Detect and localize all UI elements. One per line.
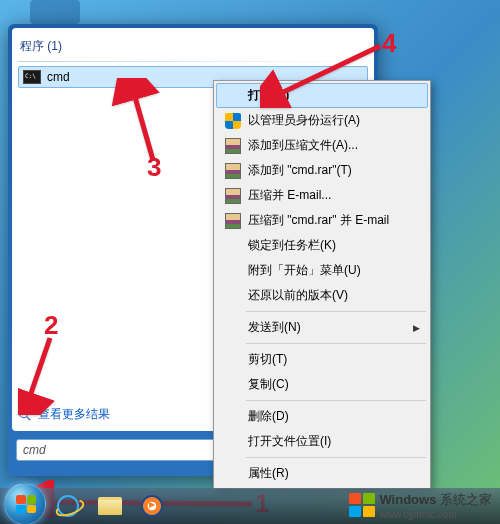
cmd-prompt-icon xyxy=(23,70,41,84)
menu-separator xyxy=(246,400,426,401)
menu-icon-column xyxy=(220,113,246,129)
context-menu-label: 压缩并 E-mail... xyxy=(246,187,424,204)
windows-logo-icon xyxy=(16,495,36,513)
archive-icon xyxy=(225,213,241,229)
context-menu-label: 属性(R) xyxy=(246,465,424,482)
start-button[interactable] xyxy=(4,483,46,524)
context-menu-item[interactable]: 添加到压缩文件(A)... xyxy=(216,133,428,158)
context-menu-item[interactable]: 锁定到任务栏(K) xyxy=(216,233,428,258)
desktop-recycle-bin[interactable] xyxy=(30,0,80,24)
context-menu-item[interactable]: 复制(C) xyxy=(216,372,428,397)
taskbar-explorer-button[interactable] xyxy=(90,492,130,520)
submenu-arrow-icon: ▶ xyxy=(413,323,424,333)
context-menu-label: 以管理员身份运行(A) xyxy=(246,112,424,129)
programs-section-header: 程序 (1) xyxy=(18,34,368,59)
context-menu-item[interactable]: 附到「开始」菜单(U) xyxy=(216,258,428,283)
menu-separator xyxy=(246,343,426,344)
context-menu-label: 复制(C) xyxy=(246,376,424,393)
menu-icon-column xyxy=(220,163,246,179)
context-menu-label: 发送到(N) xyxy=(246,319,413,336)
search-input[interactable] xyxy=(23,443,193,457)
context-menu: 打开(O)以管理员身份运行(A)添加到压缩文件(A)...添加到 "cmd.ra… xyxy=(213,80,431,489)
context-menu-label: 打开(O) xyxy=(246,87,424,104)
menu-icon-column xyxy=(220,138,246,154)
search-icon xyxy=(18,408,32,422)
context-menu-item[interactable]: 删除(D) xyxy=(216,404,428,429)
context-menu-label: 还原以前的版本(V) xyxy=(246,287,424,304)
context-menu-item[interactable]: 发送到(N)▶ xyxy=(216,315,428,340)
context-menu-item[interactable]: 属性(R) xyxy=(216,461,428,486)
see-more-results-link[interactable]: 查看更多结果 xyxy=(18,406,110,423)
menu-separator xyxy=(246,311,426,312)
context-menu-label: 添加到 "cmd.rar"(T) xyxy=(246,162,424,179)
menu-separator xyxy=(246,457,426,458)
taskbar-wmp-button[interactable] xyxy=(132,492,172,520)
archive-icon xyxy=(225,163,241,179)
context-menu-item[interactable]: 打开文件位置(I) xyxy=(216,429,428,454)
context-menu-item[interactable]: 压缩并 E-mail... xyxy=(216,183,428,208)
context-menu-item[interactable]: 添加到 "cmd.rar"(T) xyxy=(216,158,428,183)
context-menu-item[interactable]: 打开(O) xyxy=(216,83,428,108)
ie-icon xyxy=(57,495,79,517)
context-menu-label: 删除(D) xyxy=(246,408,424,425)
annotation-number-4: 4 xyxy=(382,28,396,59)
context-menu-item[interactable]: 还原以前的版本(V) xyxy=(216,283,428,308)
context-menu-label: 锁定到任务栏(K) xyxy=(246,237,424,254)
context-menu-item[interactable]: 以管理员身份运行(A) xyxy=(216,108,428,133)
context-menu-label: 压缩到 "cmd.rar" 并 E-mail xyxy=(246,212,424,229)
context-menu-label: 添加到压缩文件(A)... xyxy=(246,137,424,154)
media-player-icon xyxy=(141,495,163,517)
folder-icon xyxy=(98,497,122,515)
archive-icon xyxy=(225,188,241,204)
svg-line-1 xyxy=(27,416,31,420)
svg-point-0 xyxy=(20,409,28,417)
context-menu-item[interactable]: 剪切(T) xyxy=(216,347,428,372)
context-menu-label: 剪切(T) xyxy=(246,351,424,368)
result-label: cmd xyxy=(47,70,70,84)
shield-icon xyxy=(225,113,241,129)
context-menu-item[interactable]: 压缩到 "cmd.rar" 并 E-mail xyxy=(216,208,428,233)
archive-icon xyxy=(225,138,241,154)
context-menu-label: 附到「开始」菜单(U) xyxy=(246,262,424,279)
context-menu-label: 打开文件位置(I) xyxy=(246,433,424,450)
divider xyxy=(18,61,368,62)
menu-icon-column xyxy=(220,188,246,204)
menu-icon-column xyxy=(220,213,246,229)
see-more-label: 查看更多结果 xyxy=(38,406,110,423)
taskbar xyxy=(0,488,500,524)
taskbar-ie-button[interactable] xyxy=(48,492,88,520)
